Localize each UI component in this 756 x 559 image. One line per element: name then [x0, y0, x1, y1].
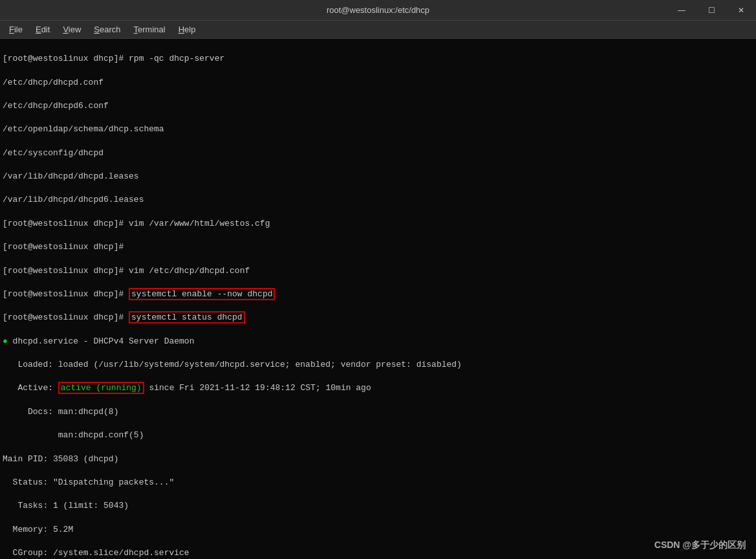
minimize-button[interactable]: —: [667, 0, 697, 21]
terminal-line: ● dhcpd.service - DHCPv4 Server Daemon: [3, 336, 753, 347]
terminal-line: [root@westoslinux dhcp]# vim /var/www/ht…: [3, 218, 753, 230]
terminal-line: [root@westoslinux dhcp]#: [3, 241, 753, 253]
terminal-line: /etc/dhcp/dhcpd6.conf: [3, 100, 753, 112]
terminal-line: Status: "Dispatching packets...": [3, 477, 753, 488]
terminal-line: /var/lib/dhcpd/dhcpd.leases: [3, 171, 753, 182]
menu-terminal[interactable]: Terminal: [127, 22, 172, 37]
menu-view[interactable]: View: [56, 22, 87, 37]
terminal-line: /etc/sysconfig/dhcpd: [3, 148, 753, 159]
menu-search[interactable]: Search: [87, 22, 127, 37]
terminal-line: [root@westoslinux dhcp]# vim /etc/dhcp/d…: [3, 265, 753, 277]
menu-file[interactable]: File: [3, 22, 29, 37]
terminal-line: [root@westoslinux dhcp]# systemctl enabl…: [3, 289, 753, 300]
terminal-line: man:dhcpd.conf(5): [3, 430, 753, 441]
menu-bar: File Edit View Search Terminal Help: [0, 21, 756, 39]
terminal-line: CGroup: /system.slice/dhcpd.service: [3, 547, 753, 559]
window-controls: — ☐ ✕: [667, 0, 756, 21]
menu-help[interactable]: Help: [172, 22, 202, 37]
terminal-line: /etc/dhcp/dhcpd.conf: [3, 77, 753, 89]
terminal-line: /var/lib/dhcpd/dhcpd6.leases: [3, 194, 753, 206]
terminal-line: Loaded: loaded (/usr/lib/systemd/system/…: [3, 359, 753, 371]
terminal-line: Memory: 5.2M: [3, 524, 753, 536]
title-bar: root@westoslinux:/etc/dhcp — ☐ ✕: [0, 0, 756, 21]
terminal-line: Main PID: 35083 (dhcpd): [3, 454, 753, 465]
terminal-line: Active: active (running) since Fri 2021-…: [3, 382, 753, 394]
close-button[interactable]: ✕: [726, 0, 756, 21]
watermark: CSDN @多于少的区别: [654, 540, 746, 551]
terminal-line: Docs: man:dhcpd(8): [3, 406, 753, 418]
maximize-button[interactable]: ☐: [697, 0, 726, 21]
menu-edit[interactable]: Edit: [29, 22, 56, 37]
terminal-area[interactable]: [root@westoslinux dhcp]# rpm -qc dhcp-se…: [0, 39, 756, 559]
terminal-line: /etc/openldap/schema/dhcp.schema: [3, 124, 753, 135]
terminal-line: Tasks: 1 (limit: 5043): [3, 500, 753, 512]
terminal-line: [root@westoslinux dhcp]# systemctl statu…: [3, 312, 753, 323]
terminal-line: [root@westoslinux dhcp]# rpm -qc dhcp-se…: [3, 53, 753, 65]
window-title: root@westoslinux:/etc/dhcp: [327, 5, 429, 15]
